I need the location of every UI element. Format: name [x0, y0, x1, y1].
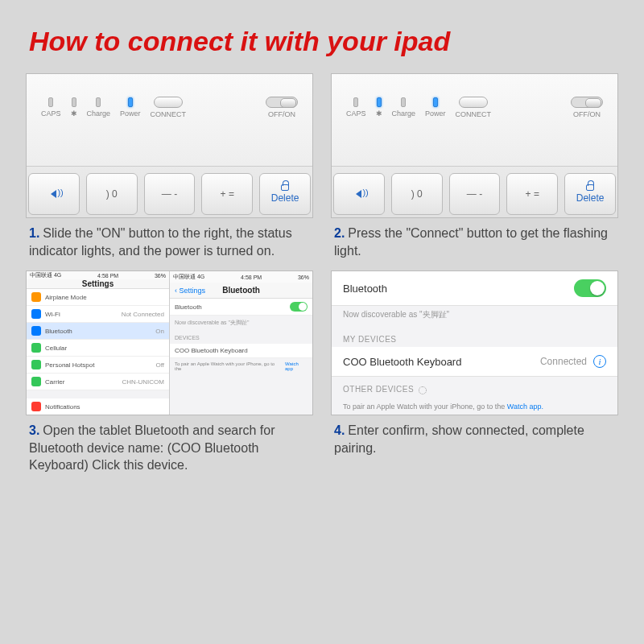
bt-label-2: ✱ — [376, 109, 382, 118]
caps-led — [48, 97, 53, 107]
key-delete: Delete — [259, 173, 311, 215]
charge-label: Charge — [87, 109, 111, 118]
key-plus-2: + = — [506, 173, 558, 215]
step3-caption: 3.Open the tablet Bluetooth and search f… — [26, 422, 313, 474]
status-time-r: 4:58 PM — [241, 275, 262, 280]
bt4-device-name: COO Bluetooth Keyboard — [343, 356, 461, 368]
volume-icon — [51, 190, 56, 198]
status-batt-r: 36% — [298, 275, 309, 280]
airplane-label: Airplane Mode — [45, 294, 87, 301]
bt4-discoverable: Now discoverable as "夹脚趾" — [332, 306, 617, 327]
step2-caption: 2.Press the "Connect" button to get the … — [331, 225, 618, 259]
bt-toggle — [290, 302, 308, 312]
wifi-label: Wi-Fi — [45, 311, 60, 318]
devices-header: DEVICES — [170, 330, 312, 344]
lock-icon-2 — [586, 184, 594, 191]
bt4-mydevices: MY DEVICES — [332, 327, 617, 347]
pair-note: To pair an Apple Watch with your iPhone,… — [175, 361, 281, 371]
carrier-val: CHN-UNICOM — [122, 378, 164, 386]
airplane-icon — [31, 292, 41, 302]
caps-label: CAPS — [41, 109, 61, 118]
step-2: CAPS ✱ Charge Power CONNECT OFF/ON ) 0 —… — [331, 73, 618, 259]
step4-image: Bluetooth Now discoverable as "夹脚趾" MY D… — [331, 270, 618, 415]
bt4-connected: Connected — [540, 356, 587, 367]
key-minus: — - — [144, 173, 196, 215]
bt-label: ✱ — [71, 109, 77, 118]
step1-image: CAPS ✱ Charge Power CONNECT OFF/ON ) 0 —… — [26, 73, 313, 218]
bt4-note: To pair an Apple Watch with your iPhone,… — [343, 402, 507, 411]
power-led — [128, 97, 133, 107]
charge-led-2 — [401, 97, 406, 107]
cellular-label: Cellular — [45, 345, 67, 352]
step2-num: 2. — [334, 226, 345, 240]
step2-text: Press the "Connect" button to get the fl… — [334, 226, 608, 258]
power-switch-2 — [571, 97, 603, 108]
bt-led-2 — [377, 97, 382, 107]
spinner-icon — [419, 386, 427, 394]
step4-caption: 4.Enter confirm, show connected, complet… — [331, 422, 618, 456]
bt4-title: Bluetooth — [343, 283, 387, 295]
step2-image: CAPS ✱ Charge Power CONNECT OFF/ON ) 0 —… — [331, 73, 618, 218]
vol-key — [28, 173, 80, 215]
bt4-note-link: Watch app. — [507, 402, 543, 411]
status-batt: 36% — [155, 273, 166, 279]
key-delete-2: Delete — [564, 173, 616, 215]
step-1: CAPS ✱ Charge Power CONNECT OFF/ON ) 0 —… — [26, 73, 313, 259]
bluetooth-icon — [31, 326, 41, 336]
key-minus-2: — - — [449, 173, 501, 215]
step4-num: 4. — [334, 423, 345, 437]
steps-grid: CAPS ✱ Charge Power CONNECT OFF/ON ) 0 —… — [26, 73, 618, 474]
pair-note-link: Watch app — [285, 361, 308, 371]
delete-label: Delete — [271, 192, 299, 204]
connect-button — [154, 97, 183, 108]
back-link: ‹ Settings — [175, 287, 205, 295]
key-0-2: ) 0 — [391, 173, 443, 215]
status-carrier: 中国联通 4G — [30, 271, 61, 279]
lock-icon — [281, 184, 289, 191]
volume-icon-2 — [356, 190, 361, 198]
caps-label-2: CAPS — [346, 109, 366, 118]
step3-num: 3. — [29, 423, 39, 437]
power-switch — [266, 97, 298, 108]
notif-icon — [31, 402, 41, 411]
step1-caption: 1.Slide the "ON" button to the right, th… — [26, 225, 313, 259]
status-carrier-r: 中国联通 4G — [173, 273, 204, 281]
carrier-icon — [31, 377, 41, 386]
carrier-label: Carrier — [45, 378, 64, 386]
charge-led — [96, 97, 101, 107]
step1-num: 1. — [29, 226, 39, 240]
bt-led — [72, 97, 76, 107]
bt-toggle-label: Bluetooth — [175, 303, 202, 311]
bt-label-row: Bluetooth — [45, 328, 72, 335]
hotspot-val: Off — [155, 361, 164, 369]
hotspot-icon — [31, 360, 41, 369]
power-label-2: Power — [425, 109, 446, 118]
connect-label: CONNECT — [151, 110, 187, 118]
settings-right-title: Bluetooth — [222, 286, 260, 295]
info-icon: i — [593, 355, 606, 368]
status-time: 4:58 PM — [97, 273, 118, 279]
hotspot-label: Personal Hotspot — [45, 361, 94, 369]
key-0: ) 0 — [86, 173, 138, 215]
cellular-icon — [31, 343, 41, 353]
notif-label: Notifications — [45, 403, 80, 411]
step-4: Bluetooth Now discoverable as "夹脚趾" MY D… — [331, 270, 618, 474]
caps-led-2 — [353, 97, 358, 107]
device-row: COO Bluetooth Keyboard — [175, 347, 248, 354]
bt4-otherdevices: OTHER DEVICES — [343, 385, 414, 394]
bt4-toggle — [574, 279, 606, 297]
power-led-2 — [433, 97, 438, 107]
wifi-icon — [31, 309, 41, 319]
bt-val: On — [155, 328, 164, 335]
settings-left-title: Settings — [27, 279, 169, 289]
step3-text: Open the tablet Bluetooth and search for… — [29, 423, 275, 472]
wifi-val: Not Connected — [122, 311, 164, 318]
key-plus: + = — [201, 173, 253, 215]
power-label: Power — [120, 109, 141, 118]
page-title: How to connect it with your ipad — [29, 26, 618, 57]
step3-image: 中国联通 4G4:58 PM36% Settings Airplane Mode… — [26, 270, 313, 415]
switch-label: OFF/ON — [268, 110, 295, 118]
vol-key-2 — [333, 173, 385, 215]
delete-label-2: Delete — [576, 192, 605, 204]
charge-label-2: Charge — [392, 109, 416, 118]
